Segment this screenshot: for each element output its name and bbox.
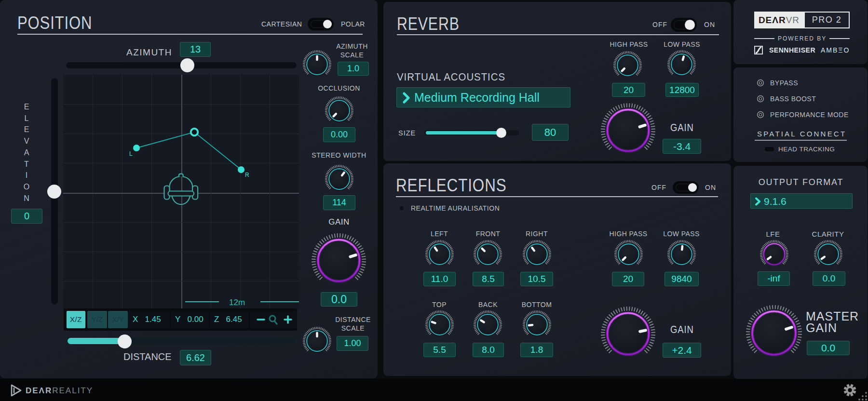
svg-text:12m: 12m xyxy=(229,298,245,307)
svg-text:R: R xyxy=(245,172,249,178)
svg-text:L: L xyxy=(129,150,133,157)
